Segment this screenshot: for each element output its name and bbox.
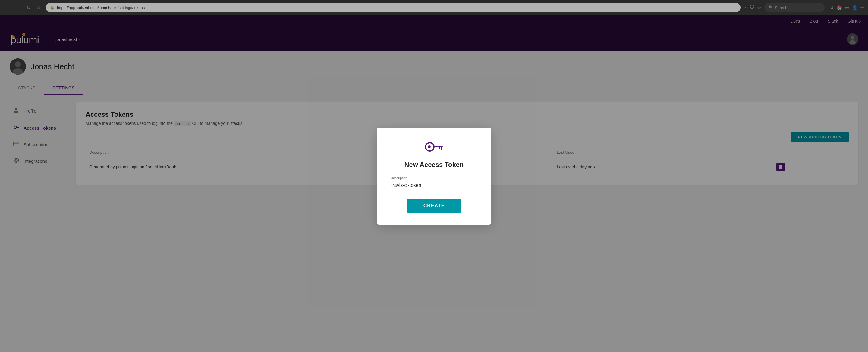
description-input[interactable] xyxy=(391,181,477,190)
modal-key-icon xyxy=(391,140,477,156)
modal-field-label: description xyxy=(391,176,477,180)
modal-overlay: New Access Token description CREATE xyxy=(0,0,868,352)
create-button[interactable]: CREATE xyxy=(407,199,462,213)
modal-box: New Access Token description CREATE xyxy=(377,128,491,225)
modal-title: New Access Token xyxy=(391,161,477,169)
svg-point-32 xyxy=(428,145,431,148)
